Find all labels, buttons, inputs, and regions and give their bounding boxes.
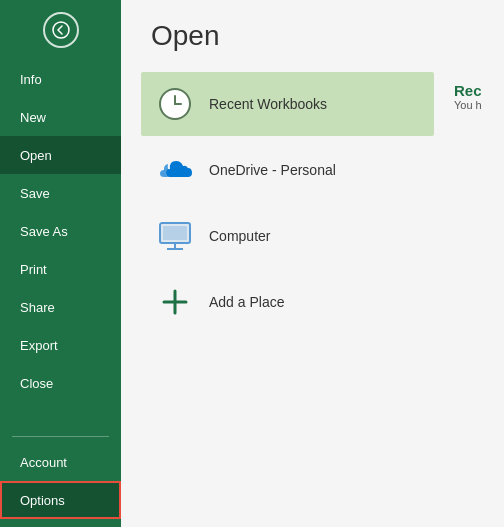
recent-workbooks-label: Recent Workbooks (209, 96, 327, 112)
open-option-onedrive[interactable]: OneDrive - Personal (141, 138, 434, 202)
back-button[interactable] (0, 0, 121, 60)
sidebar-nav: Info New Open Save Save As Print Share E… (0, 60, 121, 430)
svg-rect-8 (163, 226, 187, 240)
sidebar-item-share[interactable]: Share (0, 288, 121, 326)
sidebar-divider (12, 436, 109, 437)
sidebar-item-new[interactable]: New (0, 98, 121, 136)
computer-icon (155, 216, 195, 256)
sidebar-item-save[interactable]: Save (0, 174, 121, 212)
onedrive-icon (155, 150, 195, 190)
onedrive-label: OneDrive - Personal (209, 162, 336, 178)
sidebar-bottom: Account Options (0, 430, 121, 527)
clock-icon (155, 84, 195, 124)
add-place-icon (155, 282, 195, 322)
open-option-computer[interactable]: Computer (141, 204, 434, 268)
sidebar-item-account[interactable]: Account (0, 443, 121, 481)
main-content: Open Recent Workbooks (121, 0, 504, 527)
right-panel-title: Rec (454, 82, 504, 99)
add-place-label: Add a Place (209, 294, 285, 310)
main-body: Recent Workbooks OneDrive - Personal (121, 62, 504, 527)
sidebar-item-open[interactable]: Open (0, 136, 121, 174)
svg-point-0 (53, 22, 69, 38)
computer-label: Computer (209, 228, 270, 244)
sidebar-item-export[interactable]: Export (0, 326, 121, 364)
open-option-add-place[interactable]: Add a Place (141, 270, 434, 334)
sidebar-item-options[interactable]: Options (0, 481, 121, 519)
sidebar-item-info[interactable]: Info (0, 60, 121, 98)
open-option-recent[interactable]: Recent Workbooks (141, 72, 434, 136)
right-panel-subtitle: You h (454, 99, 504, 111)
back-circle-icon (43, 12, 79, 48)
sidebar: Info New Open Save Save As Print Share E… (0, 0, 121, 527)
back-arrow-icon (52, 21, 70, 39)
main-header: Open (121, 0, 504, 62)
sidebar-item-close[interactable]: Close (0, 364, 121, 402)
sidebar-item-save-as[interactable]: Save As (0, 212, 121, 250)
sidebar-item-print[interactable]: Print (0, 250, 121, 288)
right-panel: Rec You h (454, 62, 504, 527)
page-title: Open (151, 20, 474, 52)
open-options-list: Recent Workbooks OneDrive - Personal (121, 62, 454, 527)
